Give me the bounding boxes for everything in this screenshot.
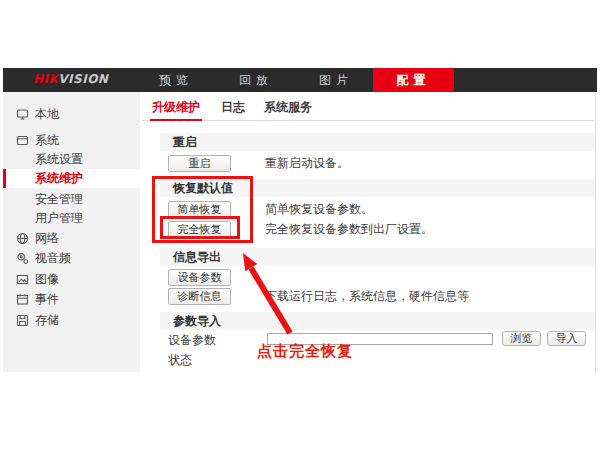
tab-bar: 升级维护 日志 系统服务 [142,98,594,121]
sidebar: 本地 系统 系统设置 系统维护 安全管理 用户管理 网络 [3,92,140,372]
monitor-icon [16,108,29,121]
page: HIKVISION 预览 回放 图片 配置 本地 系统 系统设置 系统维护 安全… [0,0,600,450]
full-restore-desc: 完全恢复设备参数到出厂设置。 [265,221,433,238]
browse-button[interactable]: 浏览 [502,331,541,346]
image-icon [16,273,29,286]
nav-preview[interactable]: 预览 [146,68,206,92]
simple-restore-desc: 简单恢复设备参数。 [265,201,373,218]
nav-picture[interactable]: 图片 [306,68,366,92]
annotation-box-full-restore [160,216,240,239]
sidebar-item-network[interactable]: 网络 [3,229,140,248]
diagnostic-info-button[interactable]: 诊断信息 [168,288,231,305]
logo-vision: VISION [58,72,108,86]
hikvision-logo: HIKVISION [33,72,108,86]
system-icon [16,134,29,147]
export-device-params-button[interactable]: 设备参数 [168,269,231,286]
diagnostic-info-desc: 下载运行日志，系统信息，硬件信息等 [265,288,469,305]
storage-icon [16,314,29,327]
top-navbar: HIKVISION 预览 回放 图片 配置 [3,68,597,92]
av-icon [16,252,29,265]
sidebar-item-video-audio[interactable]: 视音频 [3,249,140,268]
section-header-reboot: 重启 [160,133,594,151]
status-label: 状态 [168,353,192,367]
section-header-export-info: 信息导出 [160,248,594,266]
scroll-edge [595,92,596,372]
sidebar-item-system[interactable]: 系统 [3,131,140,150]
reboot-button[interactable]: 重启 [168,155,231,172]
sidebar-item-system-maintenance[interactable]: 系统维护 [3,169,140,188]
network-icon [16,232,29,245]
sidebar-item-security[interactable]: 安全管理 [3,190,140,209]
sidebar-item-user-management[interactable]: 用户管理 [3,209,140,228]
tab-upgrade-maintenance[interactable]: 升级维护 [150,98,202,121]
annotation-text: 点击完全恢复 [257,342,353,361]
import-button[interactable]: 导入 [547,331,586,346]
section-header-import-params: 参数导入 [160,312,594,330]
sidebar-item-storage[interactable]: 存储 [3,311,140,330]
sidebar-item-image[interactable]: 图像 [3,270,140,289]
import-device-params-label: 设备参数 [168,333,216,347]
sidebar-item-system-settings[interactable]: 系统设置 [3,150,140,169]
sidebar-item-event[interactable]: 事件 [3,290,140,309]
sidebar-item-local[interactable]: 本地 [3,105,140,124]
logo-hik: HIK [33,72,58,86]
nav-configuration[interactable]: 配置 [373,68,454,92]
tab-system-service[interactable]: 系统服务 [262,98,314,119]
tab-log[interactable]: 日志 [218,98,248,119]
reboot-desc: 重新启动设备。 [265,155,349,172]
event-icon [16,293,29,306]
nav-playback[interactable]: 回放 [226,68,286,92]
